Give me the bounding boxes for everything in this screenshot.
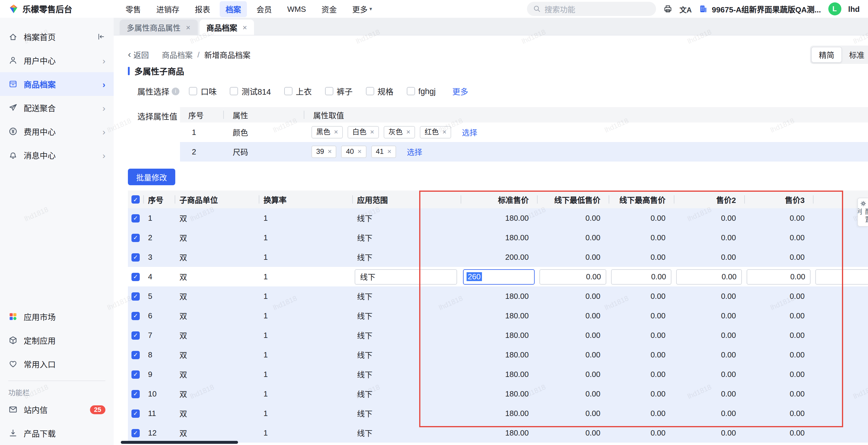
- sidebar-item-download[interactable]: 产品下载: [0, 421, 114, 445]
- price-input[interactable]: 0.00: [676, 269, 742, 284]
- row-checkbox[interactable]: ✓: [131, 370, 140, 378]
- price-value: 0.00: [585, 350, 600, 359]
- row-checkbox[interactable]: ✓: [131, 429, 140, 437]
- search-input[interactable]: 搜索功能: [527, 2, 656, 16]
- main-content: 多属性商品属性×商品档案× ‹ 返回 商品档案 / 新增商品档案 精简标准 多属…: [114, 18, 868, 445]
- price-cell: 180.00: [461, 384, 537, 404]
- nav-item-6[interactable]: 资金: [316, 1, 343, 17]
- attribute-checkbox-4[interactable]: 规格: [366, 85, 394, 97]
- row-checkbox[interactable]: ✓: [131, 214, 140, 222]
- batch-edit-button[interactable]: 批量修改: [128, 169, 175, 185]
- price-value: 0.00: [721, 233, 736, 242]
- sidebar-item-delivery[interactable]: 配送聚合›: [0, 96, 114, 120]
- remove-tag-icon[interactable]: ×: [357, 147, 362, 156]
- nav-item-2[interactable]: 报表: [189, 1, 216, 17]
- select-values-link[interactable]: 选择: [462, 127, 477, 138]
- view-toggle-option-1[interactable]: 标准: [842, 47, 868, 62]
- checkbox-label: 上衣: [296, 85, 312, 97]
- remove-tag-icon[interactable]: ×: [328, 147, 332, 156]
- nav-item-3[interactable]: 档案: [220, 1, 247, 17]
- remove-tag-icon[interactable]: ×: [442, 128, 446, 137]
- translate-icon[interactable]: 文A: [679, 4, 691, 14]
- rate-cell: 1: [259, 404, 352, 423]
- column-settings-tab[interactable]: 配置列: [857, 198, 868, 227]
- sidebar-item-market[interactable]: 应用市场: [0, 305, 114, 328]
- more-link[interactable]: 更多: [452, 85, 468, 97]
- select-values-link[interactable]: 选择: [407, 146, 422, 157]
- remove-tag-icon[interactable]: ×: [406, 128, 410, 137]
- app-root: 乐檬零售后台 零售进销存报表档案会员WMS资金更多▾ 搜索功能 文A 99675…: [0, 0, 868, 445]
- sidebar-item-home[interactable]: 档案首页: [0, 25, 114, 49]
- nav-item-label: 进销存: [156, 3, 179, 14]
- product-row: ✓11双1线下180.000.000.000.000.00: [128, 404, 868, 423]
- attribute-checkbox-3[interactable]: 裤子: [325, 85, 352, 97]
- sidebar-item-goods[interactable]: 商品档案›: [0, 72, 114, 96]
- select-all-checkbox[interactable]: ✓: [131, 195, 140, 203]
- price-value: 0.00: [789, 233, 805, 242]
- row-checkbox[interactable]: ✓: [131, 312, 140, 320]
- horizontal-scrollbar-thumb[interactable]: [121, 441, 238, 444]
- row-checkbox[interactable]: ✓: [131, 351, 140, 359]
- remove-tag-icon[interactable]: ×: [334, 128, 338, 137]
- back-button[interactable]: ‹ 返回: [128, 49, 149, 60]
- nav-item-label: 零售: [126, 3, 141, 14]
- attribute-checkbox-1[interactable]: 测试814: [230, 85, 271, 97]
- sidebar-item-label: 费用中心: [24, 125, 96, 137]
- printer-icon[interactable]: [663, 4, 672, 13]
- remove-tag-icon[interactable]: ×: [370, 128, 374, 137]
- row-checkbox[interactable]: ✓: [131, 409, 140, 417]
- price-input[interactable]: [815, 269, 868, 284]
- row-index: 2: [143, 228, 175, 247]
- app-logo[interactable]: 乐檬零售后台: [8, 3, 72, 15]
- sidebar-item-mail[interactable]: 站内信25: [0, 398, 114, 421]
- sidebar-item-label: 常用入口: [24, 358, 105, 370]
- price-cell: 180.00: [461, 404, 537, 423]
- avatar[interactable]: L: [828, 2, 841, 15]
- scope-input[interactable]: 线下: [355, 269, 457, 284]
- row-checkbox[interactable]: ✓: [131, 273, 140, 281]
- view-toggle-option-0[interactable]: 精简: [811, 46, 842, 62]
- tab-1[interactable]: 商品档案×: [199, 20, 254, 35]
- price-input[interactable]: 0.00: [611, 269, 672, 284]
- info-icon: i: [172, 87, 179, 95]
- nav-item-1[interactable]: 进销存: [150, 1, 185, 17]
- close-icon[interactable]: ×: [186, 23, 190, 32]
- attribute-checkbox-2[interactable]: 上衣: [284, 85, 312, 97]
- collapse-sidebar-icon[interactable]: [97, 33, 105, 41]
- breadcrumb-parent[interactable]: 商品档案: [162, 49, 193, 60]
- nav-item-label: 资金: [321, 3, 337, 14]
- nav-item-0[interactable]: 零售: [120, 1, 147, 17]
- attribute-checkbox-0[interactable]: 口味: [189, 85, 217, 97]
- price-input-editing[interactable]: 260: [463, 269, 535, 284]
- sidebar-item-fee[interactable]: 费用中心›: [0, 120, 114, 143]
- price-cell: 0.00: [537, 384, 609, 404]
- sidebar-item-bell[interactable]: 消息中心›: [0, 143, 114, 167]
- attribute-checkbox-5[interactable]: fghgj: [406, 87, 436, 96]
- tag-label: 白色: [352, 128, 367, 137]
- row-index: 1: [180, 128, 223, 137]
- row-checkbox[interactable]: ✓: [131, 292, 140, 300]
- tab-0[interactable]: 多属性商品属性×: [120, 20, 197, 35]
- row-checkbox[interactable]: ✓: [131, 253, 140, 261]
- sidebar-item-user[interactable]: 用户中心›: [0, 49, 114, 72]
- price-cell: 0.00: [744, 247, 813, 267]
- product-row: ✓1双1线下180.000.000.000.000.00: [128, 208, 868, 228]
- row-checkbox-cell: ✓: [128, 364, 143, 384]
- nav-item-4[interactable]: 会员: [250, 1, 278, 17]
- price-cell: 0.00: [609, 286, 674, 306]
- scope-value: 线下: [357, 232, 372, 243]
- row-checkbox[interactable]: ✓: [131, 233, 140, 242]
- remove-tag-icon[interactable]: ×: [387, 147, 391, 156]
- price-cell: 0.00: [744, 325, 813, 345]
- logo-icon: [8, 4, 19, 14]
- row-checkbox[interactable]: ✓: [131, 390, 140, 398]
- nav-item-5[interactable]: WMS: [281, 2, 312, 16]
- sidebar-item-heart[interactable]: 常用入口: [0, 352, 114, 376]
- nav-item-7[interactable]: 更多▾: [346, 1, 378, 17]
- price-input[interactable]: 0.00: [747, 269, 811, 284]
- close-icon[interactable]: ×: [243, 23, 247, 32]
- row-checkbox[interactable]: ✓: [131, 331, 140, 339]
- sidebar-item-custom[interactable]: 定制应用: [0, 328, 114, 352]
- price-input[interactable]: 0.00: [539, 269, 606, 284]
- company-switcher[interactable]: 99675-A组新界面果蔬版QA测...: [699, 3, 821, 14]
